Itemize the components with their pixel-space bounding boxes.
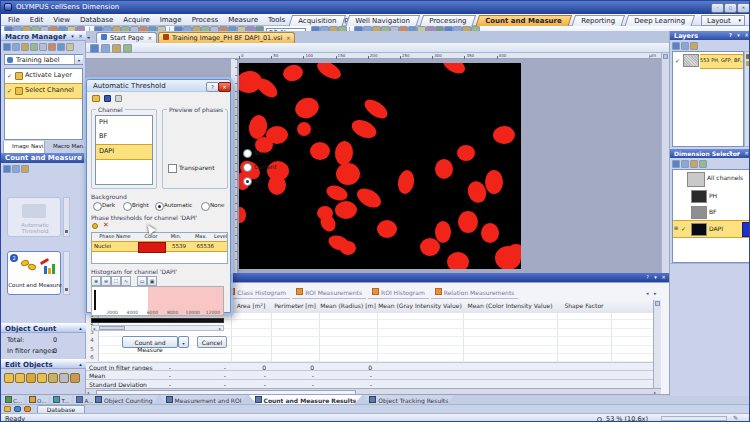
layers-toolbar-button[interactable] (681, 42, 689, 50)
scroll-up-icon[interactable] (655, 301, 660, 306)
background-radio-automatic[interactable] (155, 202, 164, 211)
expand-icon[interactable]: ⊞ (674, 225, 678, 231)
microscopy-image[interactable] (239, 63, 521, 269)
close-icon[interactable]: ✕ (743, 32, 750, 39)
grid-column-header[interactable] (611, 300, 653, 313)
dimension-selector-header[interactable]: Dimension Selector ? ▾ ✕ (670, 149, 750, 158)
tab-scroll-left-icon[interactable]: ◂ (646, 290, 649, 296)
macro-manager-header[interactable]: Macro Manager ? ▾ ✕ (1, 31, 86, 41)
help-icon[interactable]: ? (727, 32, 734, 39)
macro-toolbar-button[interactable] (66, 43, 74, 51)
dimension-item-ph[interactable]: PH (673, 188, 749, 204)
pin-icon[interactable]: ▾ (652, 274, 659, 281)
background-radio-bright[interactable] (123, 202, 132, 211)
histogram-tool-icon[interactable]: ⊖ (101, 276, 111, 286)
histogram-tool-icon[interactable]: ▭ (137, 276, 147, 286)
dimension-item-dapi[interactable]: ⊞✓DAPI (673, 220, 749, 238)
layer-item[interactable]: ✓553 PH, GFP, BF... (673, 52, 743, 68)
histogram-tool-icon[interactable]: ∿ (121, 276, 131, 286)
cm-toolbar-button[interactable] (21, 165, 29, 173)
training-label-combobox[interactable]: Training label ▾ (4, 54, 83, 65)
checkmark-icon[interactable]: ✓ (7, 72, 12, 79)
histogram-tool-icon[interactable]: ▣ (147, 276, 157, 286)
results-tab-class-histogram[interactable]: Class Histogram (224, 287, 290, 299)
save-icon[interactable] (104, 95, 111, 102)
automatic-threshold-step-button[interactable]: Automatic Threshold (7, 197, 61, 237)
grid-column-header[interactable]: Mean (Gray Intensity Value) (377, 300, 464, 313)
help-icon[interactable]: ? (644, 274, 651, 281)
grid-column-header[interactable]: Area [m²] (231, 300, 272, 313)
open-icon[interactable] (92, 95, 100, 102)
window-control-button[interactable]: ✕ (737, 3, 750, 13)
tab-close-icon[interactable]: ✕ (148, 35, 152, 41)
scroll-right-icon[interactable]: ▸ (219, 326, 221, 331)
pin-icon[interactable]: ▾ (735, 150, 742, 157)
dimension-toolbar-button[interactable] (699, 160, 707, 168)
transparent-checkbox[interactable] (168, 164, 177, 173)
scroll-left-icon[interactable]: ◂ (93, 326, 95, 331)
dimension-item-bf[interactable]: BF (673, 204, 749, 220)
edit-object-tool-icon[interactable] (26, 373, 36, 383)
macro-toolbar-button[interactable] (21, 43, 29, 51)
collapse-icon[interactable]: ▴ (77, 325, 84, 332)
macro-step-activate-layer[interactable]: ✓Activate Layer (5, 69, 82, 83)
step-scrollbar[interactable] (63, 251, 70, 295)
results-tab-roi-histogram[interactable]: ROI Histogram (368, 287, 429, 299)
dialog-close-icon[interactable]: ✕ (218, 82, 231, 92)
layout-menu-button[interactable]: Layout ▾ (701, 15, 745, 26)
close-icon[interactable]: ✕ (743, 150, 750, 157)
layers-toolbar-button[interactable] (690, 42, 698, 50)
edit-object-tool-icon[interactable] (59, 373, 69, 383)
grid-column-header[interactable]: Mean (Radius) [m] (319, 300, 378, 313)
channel-option-ph[interactable]: PH (96, 116, 152, 130)
view-toolbar-button[interactable] (101, 44, 110, 53)
grid-column-header[interactable]: Mean (Color Intensity Value) (463, 300, 558, 313)
dialog-title-bar[interactable]: Automatic Threshold ? ✕ (87, 80, 230, 92)
layer-tool-icon[interactable] (746, 61, 750, 66)
view-toolbar-button[interactable] (90, 44, 99, 53)
dimension-item-all-channels[interactable]: All channels (673, 170, 749, 188)
cm-toolbar-button[interactable] (12, 165, 20, 173)
edit-object-tool-icon[interactable] (4, 373, 14, 383)
background-radio-none[interactable] (201, 202, 210, 211)
chevron-down-icon[interactable]: ▾ (74, 55, 83, 64)
scroll-up-icon[interactable] (663, 54, 668, 59)
collapse-icon[interactable]: ▴ (77, 361, 84, 368)
macro-toolbar-button[interactable] (39, 43, 47, 51)
pin-icon[interactable]: ▾ (69, 33, 76, 40)
layers-toolbar-button[interactable] (672, 42, 680, 50)
scroll-thumb[interactable] (99, 326, 125, 330)
channel-color-swatch[interactable] (742, 222, 750, 237)
macro-step-select-channel[interactable]: ✓Select Channel (5, 83, 82, 99)
help-icon[interactable]: ✕ (77, 154, 84, 161)
add-phase-icon[interactable] (92, 223, 98, 229)
results-tab-relation-measurements[interactable]: Relation Measurements (431, 287, 519, 299)
dimension-toolbar-button[interactable] (672, 160, 680, 168)
window-control-button[interactable]: – (711, 3, 724, 13)
edit-objects-header[interactable]: Edit Objects ▴ (1, 359, 86, 369)
edit-object-tool-icon[interactable] (37, 373, 47, 383)
phase-color-swatch[interactable] (138, 242, 166, 253)
results-tab-roi-measurements[interactable]: ROI Measurements (292, 287, 366, 299)
macro-toolbar-button[interactable] (48, 43, 56, 51)
copy-icon[interactable] (115, 95, 122, 102)
close-icon[interactable]: ✕ (77, 33, 84, 40)
edit-object-tool-icon[interactable] (70, 373, 80, 383)
help-icon[interactable]: ? (61, 33, 68, 40)
step-scrollbar[interactable] (63, 197, 70, 237)
histogram-tool-icon[interactable]: ⊕ (91, 276, 101, 286)
grid-column-header[interactable]: Shape Factor (557, 300, 612, 313)
dimension-toolbar-button[interactable] (681, 160, 689, 168)
histogram-plot[interactable]: 20004000600080001000012000 (91, 286, 224, 316)
pin-icon[interactable]: ▾ (735, 32, 742, 39)
layer-tool-icon[interactable] (746, 54, 750, 59)
view-toolbar-button[interactable] (112, 44, 121, 53)
grid-column-header[interactable]: Perimeter [m] (271, 300, 320, 313)
checkmark-icon[interactable]: ✓ (7, 87, 12, 94)
macro-toolbar-button[interactable] (30, 43, 38, 51)
background-radio-dark[interactable] (93, 202, 102, 211)
window-control-button[interactable]: ◻ (724, 3, 737, 13)
zoom-slider[interactable] (661, 416, 727, 421)
cancel-button[interactable]: Cancel (197, 336, 227, 348)
dimension-toolbar-button[interactable] (690, 160, 698, 168)
